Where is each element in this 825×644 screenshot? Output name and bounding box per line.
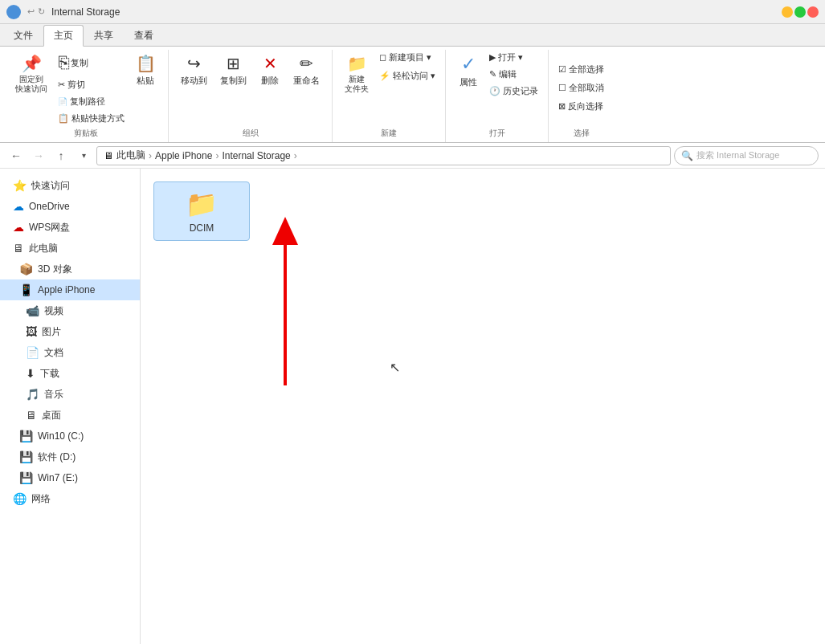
sidebar-item-onedrive[interactable]: ☁ OneDrive	[0, 196, 140, 217]
open-button[interactable]: ▶ 打开 ▾	[486, 50, 541, 65]
tab-file[interactable]: 文件	[3, 25, 43, 46]
ribbon-tabs: 文件 主页 共享 查看	[0, 24, 825, 47]
onedrive-icon: ☁	[13, 200, 24, 213]
tab-share[interactable]: 共享	[84, 25, 124, 46]
history-icon: 🕐	[489, 86, 500, 96]
path-internalstorage[interactable]: Internal Storage	[222, 150, 290, 161]
search-box[interactable]: 🔍 搜索 Internal Storage	[674, 146, 819, 165]
paste-button[interactable]: 📋 粘贴	[129, 50, 161, 91]
sidebar-item-videos[interactable]: 📹 视频	[0, 300, 140, 321]
sidebar-item-documents[interactable]: 📄 文档	[0, 342, 140, 363]
clipboard-label: 剪贴板	[74, 126, 98, 139]
select-all-icon: ☑	[558, 64, 566, 75]
clipboard-buttons: 📌 固定到快速访问 ⎘ 复制 ✂ 剪切 📄 复制路径 📋 粘贴快	[10, 50, 161, 126]
path-thispc[interactable]: 此电脑	[116, 149, 145, 162]
edit-button[interactable]: ✎ 编辑	[486, 67, 541, 82]
sidebar-item-iphone[interactable]: 📱 Apple iPhone	[0, 279, 140, 300]
paste-icon: 📋	[136, 54, 156, 73]
title-bar-controls: ↩ ↻	[6, 5, 45, 19]
3dobjects-icon: 📦	[19, 263, 33, 275]
sidebar-item-pictures[interactable]: 🖼 图片	[0, 321, 140, 342]
title-bar: ↩ ↻ Internal Storage	[0, 0, 825, 24]
sidebar-item-downloads[interactable]: ⬇ 下载	[0, 363, 140, 384]
tab-home[interactable]: 主页	[43, 25, 84, 47]
invert-select-icon: ⊠	[558, 101, 566, 112]
paste-shortcut-button[interactable]: 📋 粘贴快捷方式	[55, 111, 128, 126]
edit-icon: ✎	[489, 69, 496, 79]
sidebar-item-softd[interactable]: 💾 软件 (D:)	[0, 446, 140, 467]
history-button[interactable]: 🕐 历史记录	[486, 84, 541, 99]
pin-icon: 📌	[22, 54, 42, 73]
new-folder-icon: 📁	[347, 54, 367, 73]
new-folder-button[interactable]: 📁 新建文件夹	[339, 50, 374, 98]
winc-icon: 💾	[19, 430, 33, 442]
easy-access-button[interactable]: ⚡ 轻松访问 ▾	[376, 68, 439, 84]
select-none-button[interactable]: ☐ 全部取消	[555, 80, 607, 96]
desktop-icon: 🖥	[26, 409, 37, 422]
new-label: 新建	[381, 126, 397, 139]
sidebar: ⭐ 快速访问 ☁ OneDrive ☁ WPS网盘 🖥 此电脑 📦 3D 对象 …	[0, 169, 141, 644]
rename-button[interactable]: ✏ 重命名	[288, 50, 325, 91]
network-icon: 🌐	[13, 492, 27, 505]
invert-select-button[interactable]: ⊠ 反向选择	[555, 99, 606, 114]
move-to-button[interactable]: ↪ 移动到	[175, 50, 213, 91]
wps-icon: ☁	[13, 221, 24, 234]
back-button[interactable]: ←	[6, 146, 26, 165]
new-buttons: 📁 新建文件夹 ◻ 新建项目 ▾ ⚡ 轻松访问 ▾	[339, 50, 439, 126]
ribbon-group-clipboard: 📌 固定到快速访问 ⎘ 复制 ✂ 剪切 📄 复制路径 📋 粘贴快	[3, 50, 169, 142]
pin-button[interactable]: 📌 固定到快速访问	[10, 50, 53, 98]
quickaccess-icon: ⭐	[13, 179, 27, 192]
forward-button[interactable]: →	[29, 146, 48, 165]
sidebar-item-desktop[interactable]: 🖥 桌面	[0, 405, 140, 426]
cut-button[interactable]: ✂ 剪切	[55, 77, 128, 92]
ribbon-group-open: ✓ 属性 ▶ 打开 ▾ ✎ 编辑 🕐 历史记录 打开	[446, 50, 549, 142]
tab-view[interactable]: 查看	[124, 25, 164, 46]
iphone-icon: 📱	[19, 283, 33, 296]
sidebar-item-quickaccess[interactable]: ⭐ 快速访问	[0, 175, 140, 196]
delete-button[interactable]: ✕ 删除	[254, 50, 286, 91]
copy-path-button[interactable]: 📄 复制路径	[55, 94, 128, 109]
search-placeholder: 搜索 Internal Storage	[696, 149, 779, 161]
open-icon: ▶	[489, 52, 496, 63]
path-iphone[interactable]: Apple iPhone	[155, 150, 212, 161]
copy-to-button[interactable]: ⊞ 复制到	[214, 50, 252, 91]
up-button[interactable]: ↑	[51, 146, 71, 165]
properties-button[interactable]: ✓ 属性	[452, 50, 484, 92]
svg-marker-1	[272, 217, 298, 245]
ribbon-group-select: ☑ 全部选择 ☐ 全部取消 ⊠ 反向选择 选择	[549, 50, 614, 142]
sidebar-item-network[interactable]: 🌐 网络	[0, 488, 140, 509]
sidebar-item-3dobjects[interactable]: 📦 3D 对象	[0, 259, 140, 279]
move-icon: ↪	[187, 54, 201, 73]
pictures-icon: 🖼	[26, 325, 37, 338]
address-path[interactable]: 🖥 此电脑 › Apple iPhone › Internal Storage …	[96, 146, 671, 165]
sidebar-item-wps[interactable]: ☁ WPS网盘	[0, 217, 140, 238]
main-layout: ⭐ 快速访问 ☁ OneDrive ☁ WPS网盘 🖥 此电脑 📦 3D 对象 …	[0, 169, 825, 644]
sidebar-item-wine[interactable]: 💾 Win7 (E:)	[0, 467, 140, 488]
folder-dcim[interactable]: 📁 DCIM	[153, 181, 250, 241]
open-label: 打开	[489, 126, 505, 139]
app-icon	[6, 5, 21, 19]
ribbon: 📌 固定到快速访问 ⎘ 复制 ✂ 剪切 📄 复制路径 📋 粘贴快	[0, 47, 825, 143]
videos-icon: 📹	[26, 304, 39, 317]
search-icon: 🔍	[681, 150, 693, 161]
recent-button[interactable]: ▾	[74, 146, 93, 165]
wine-icon: 💾	[19, 471, 33, 484]
window-title: Internal Storage	[51, 6, 120, 18]
rename-icon: ✏	[300, 54, 313, 73]
folder-icon: 📁	[186, 189, 218, 219]
softd-icon: 💾	[19, 450, 33, 463]
easy-access-icon: ⚡	[379, 71, 390, 81]
new-item-button[interactable]: ◻ 新建项目 ▾	[376, 50, 439, 65]
folder-name: DCIM	[190, 222, 214, 234]
downloads-icon: ⬇	[26, 367, 35, 380]
ribbon-group-new: 📁 新建文件夹 ◻ 新建项目 ▾ ⚡ 轻松访问 ▾ 新建	[333, 50, 446, 142]
copy-button[interactable]: ⎘ 复制	[55, 50, 128, 75]
sidebar-item-thispc[interactable]: 🖥 此电脑	[0, 238, 140, 259]
music-icon: 🎵	[26, 388, 39, 401]
sidebar-item-winc[interactable]: 💾 Win10 (C:)	[0, 426, 140, 446]
copypath-icon: 📄	[58, 97, 67, 106]
select-all-button[interactable]: ☑ 全部选择	[555, 62, 607, 77]
select-label: 选择	[574, 126, 590, 139]
sidebar-item-music[interactable]: 🎵 音乐	[0, 384, 140, 405]
select-buttons: ☑ 全部选择 ☐ 全部取消 ⊠ 反向选择	[555, 50, 607, 126]
